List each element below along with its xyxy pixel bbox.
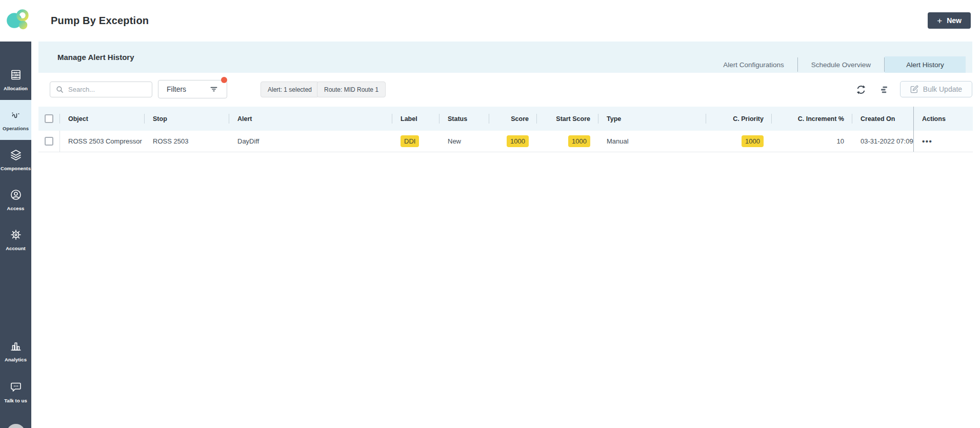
person-circle-icon xyxy=(10,189,22,203)
col-header-created-on[interactable]: Created On xyxy=(852,107,913,131)
col-header-status[interactable]: Status xyxy=(439,107,489,131)
bulk-update-label: Bulk Update xyxy=(923,85,962,93)
col-header-c-increment[interactable]: C. Increment % xyxy=(771,107,852,131)
active-filter-indicator-dot xyxy=(221,77,227,83)
cell-object: ROSS 2503 Compressor xyxy=(59,131,144,152)
layers-icon xyxy=(10,149,22,163)
tab-alert-history[interactable]: Alert History xyxy=(885,56,966,73)
filters-label: Filters xyxy=(167,85,186,93)
cell-score: 1000 xyxy=(489,131,536,152)
label-badge: DDI xyxy=(401,135,419,147)
new-button-label: New xyxy=(947,16,962,25)
col-header-object[interactable]: Object xyxy=(59,107,144,131)
filter-chip-alert[interactable]: Alert: 1 selected xyxy=(261,81,319,97)
sidebar-item-label: Operations xyxy=(3,126,29,131)
sidebar-item-components[interactable]: Components xyxy=(0,140,31,180)
sidebar-item-operations[interactable]: Operations xyxy=(0,100,31,140)
bulk-update-button[interactable]: Bulk Update xyxy=(900,81,972,97)
cell-c-increment: 10 xyxy=(771,131,852,152)
gear-icon xyxy=(10,229,22,243)
sidebar-item-label: Analytics xyxy=(5,357,27,362)
sidebar-item-label: Access xyxy=(7,206,25,211)
c-priority-badge: 1000 xyxy=(742,135,764,147)
row-actions-menu-button[interactable]: ••• xyxy=(922,137,932,146)
app-title: Pump By Exception xyxy=(51,0,149,42)
search-box xyxy=(50,81,152,97)
sidebar-item-analytics[interactable]: Analytics xyxy=(0,340,31,362)
edit-pencil-icon xyxy=(910,85,918,93)
row-checkbox[interactable] xyxy=(45,137,53,146)
cell-label: DDI xyxy=(392,131,439,152)
bar-chart-icon xyxy=(10,340,22,354)
cell-c-priority: 1000 xyxy=(706,131,771,152)
filter-chip-route[interactable]: Route: MID Route 1 xyxy=(317,81,386,97)
sidebar-item-label: Talk to us xyxy=(4,398,27,403)
score-badge: 1000 xyxy=(507,135,529,147)
col-header-score[interactable]: Score xyxy=(489,107,536,131)
refresh-button[interactable] xyxy=(854,83,868,97)
chat-bubble-icon xyxy=(10,381,22,395)
sidebar-item-label: Components xyxy=(1,166,31,171)
sidebar-item-allocation[interactable]: Allocation xyxy=(0,60,31,100)
row-checkbox-cell xyxy=(38,131,59,152)
tab-schedule-overview[interactable]: Schedule Overview xyxy=(798,56,884,73)
start-score-badge: 1000 xyxy=(568,135,590,147)
page-title: Manage Alert History xyxy=(57,42,134,73)
col-header-c-priority[interactable]: C. Priority xyxy=(706,107,771,131)
new-button[interactable]: + New xyxy=(928,12,971,29)
company-logo-icon[interactable] xyxy=(5,7,31,34)
select-all-checkbox-cell xyxy=(38,107,59,131)
tab-alert-configurations[interactable]: Alert Configurations xyxy=(710,56,797,73)
cell-created-on: 03-31-2022 07:09 xyxy=(852,131,913,152)
sidebar-item-access[interactable]: Access xyxy=(0,180,31,220)
filters-dropdown[interactable]: Filters xyxy=(158,80,227,98)
sidebar-item-label: Allocation xyxy=(4,86,28,91)
table-header-row: Object Stop Alert Label Status Score Sta… xyxy=(38,107,973,131)
cell-start-score: 1000 xyxy=(536,131,598,152)
cell-actions: ••• xyxy=(913,131,973,152)
sidebar-nav: Allocation Operations Components xyxy=(0,42,31,428)
col-header-actions: Actions xyxy=(913,107,973,131)
cell-type: Manual xyxy=(598,131,706,152)
col-header-stop[interactable]: Stop xyxy=(144,107,229,131)
filter-lines-icon xyxy=(209,85,218,94)
abacus-icon xyxy=(10,69,22,83)
search-icon xyxy=(55,85,64,94)
sidebar-item-account[interactable]: Account xyxy=(0,220,31,260)
cell-alert: DayDiff xyxy=(229,131,392,152)
table-toolbar: Filters Alert: 1 selected Route: MID Rou… xyxy=(38,80,972,98)
col-header-label[interactable]: Label xyxy=(392,107,439,131)
table-row[interactable]: ROSS 2503 Compressor ROSS 2503 DayDiff D… xyxy=(38,131,973,152)
search-input[interactable] xyxy=(68,86,147,93)
sidebar-item-label: Account xyxy=(6,246,26,251)
wave-icon xyxy=(10,109,22,123)
col-header-type[interactable]: Type xyxy=(598,107,706,131)
cell-stop: ROSS 2503 xyxy=(144,131,229,152)
user-avatar[interactable] xyxy=(7,424,25,428)
app-window: Pump By Exception + New Allocation xyxy=(0,0,980,428)
col-header-start-score[interactable]: Start Score xyxy=(536,107,598,131)
plus-icon: + xyxy=(937,16,942,25)
row-density-button[interactable] xyxy=(877,83,891,97)
select-all-checkbox[interactable] xyxy=(45,114,53,123)
top-header: Pump By Exception + New xyxy=(0,0,980,42)
alert-history-table: Object Stop Alert Label Status Score Sta… xyxy=(38,107,973,152)
cell-status: New xyxy=(439,131,489,152)
col-header-alert[interactable]: Alert xyxy=(229,107,392,131)
page-header-strip: Manage Alert History Alert Configuration… xyxy=(38,42,972,73)
tab-bar: Alert Configurations Schedule Overview A… xyxy=(710,56,966,73)
sidebar-item-talk-to-us[interactable]: Talk to us xyxy=(0,381,31,403)
